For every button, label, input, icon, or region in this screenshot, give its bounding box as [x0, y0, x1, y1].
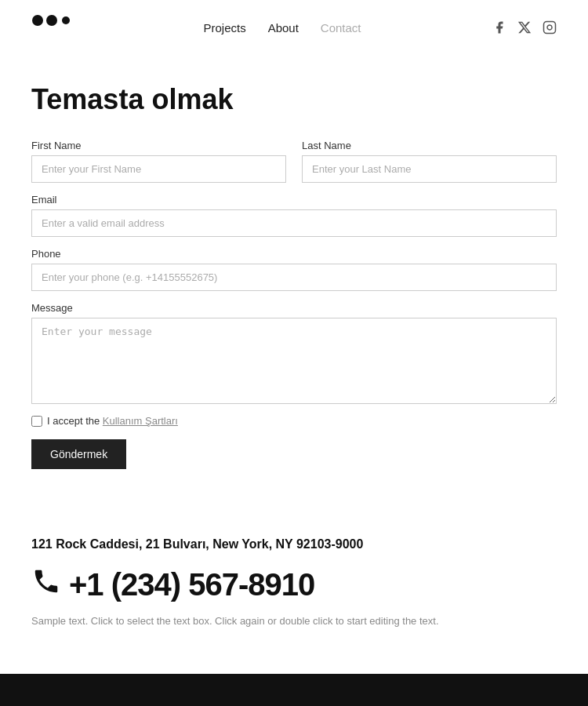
email-label: Email — [31, 194, 557, 206]
email-input[interactable] — [31, 209, 557, 237]
page-title: Temasta olmak — [31, 83, 557, 116]
last-name-group: Last Name — [302, 140, 557, 183]
svg-point-1 — [46, 15, 57, 26]
email-group: Email — [31, 194, 557, 237]
svg-point-2 — [62, 16, 70, 24]
message-textarea[interactable] — [31, 318, 557, 404]
contact-form: First Name Last Name Email Phone — [31, 140, 557, 469]
nav-about[interactable]: About — [268, 21, 299, 35]
first-name-label: First Name — [31, 140, 286, 151]
svg-rect-3 — [544, 22, 556, 34]
last-name-input[interactable] — [302, 155, 557, 183]
facebook-icon[interactable] — [492, 20, 506, 35]
submit-button[interactable]: Göndermek — [31, 439, 126, 469]
phone-label: Phone — [31, 248, 557, 260]
address-text: 121 Rock Caddesi, 21 Bulvarı, New York, … — [31, 535, 557, 554]
message-label: Message — [31, 302, 557, 314]
phone-display-row: +1 (234) 567-8910 — [31, 566, 557, 602]
nav-links: Projects About Contact — [203, 21, 361, 35]
svg-point-0 — [32, 15, 43, 26]
nav-contact[interactable]: Contact — [321, 21, 361, 35]
message-group: Message — [31, 302, 557, 404]
terms-link[interactable]: Kullanım Şartları — [103, 415, 178, 427]
phone-group: Phone — [31, 248, 557, 291]
main-section: Temasta olmak First Name Last Name Email… — [0, 55, 588, 500]
instagram-icon[interactable] — [543, 20, 557, 35]
navbar: Projects About Contact — [0, 0, 588, 55]
phone-icon — [31, 566, 61, 602]
first-name-input[interactable] — [31, 155, 286, 183]
email-row: Email — [31, 194, 557, 237]
nav-projects[interactable]: Projects — [203, 21, 245, 35]
message-row: Message — [31, 302, 557, 404]
logo[interactable] — [31, 14, 72, 41]
sample-text: Sample text. Click to select the text bo… — [31, 613, 557, 630]
phone-number: +1 (234) 567-8910 — [69, 567, 314, 602]
phone-row: Phone — [31, 248, 557, 291]
x-twitter-icon[interactable] — [517, 20, 532, 35]
first-name-group: First Name — [31, 140, 286, 183]
terms-row: I accept the Kullanım Şartları — [31, 415, 557, 427]
terms-label: I accept the Kullanım Şartları — [47, 415, 178, 427]
contact-info-section: 121 Rock Caddesi, 21 Bulvarı, New York, … — [0, 500, 588, 658]
footer: Numara, Sokak Adı Şehir, Ulke, Posta Kod… — [0, 674, 588, 706]
last-name-label: Last Name — [302, 140, 557, 151]
name-row: First Name Last Name — [31, 140, 557, 183]
nav-social-icons — [492, 20, 557, 35]
terms-checkbox[interactable] — [31, 416, 42, 427]
phone-input[interactable] — [31, 264, 557, 291]
